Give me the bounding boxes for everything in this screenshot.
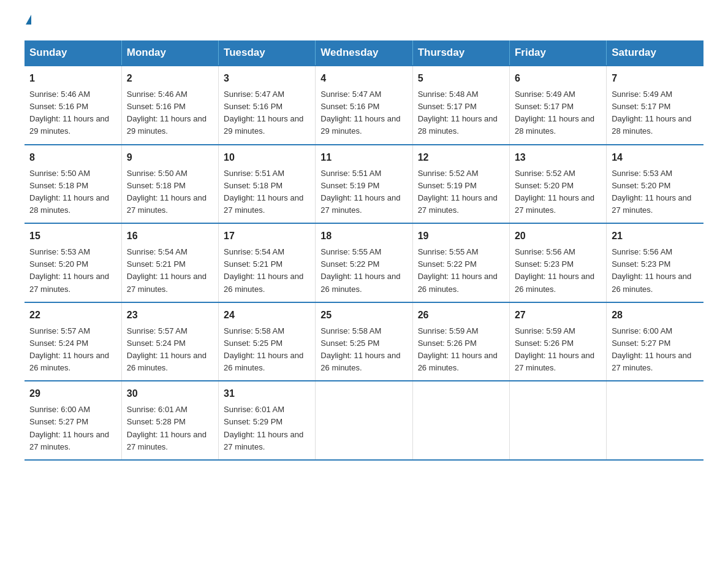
calendar-cell: 6Sunrise: 5:49 AMSunset: 5:17 PMDaylight… [509, 66, 606, 145]
calendar-cell: 5Sunrise: 5:48 AMSunset: 5:17 PMDaylight… [412, 66, 509, 145]
sunset-label: Sunset: 5:25 PM [224, 339, 282, 348]
day-number: 14 [612, 150, 699, 165]
daylight-label: Daylight: 11 hours and 26 minutes. [612, 272, 691, 293]
calendar-cell [607, 381, 703, 460]
sunset-label: Sunset: 5:20 PM [515, 181, 574, 190]
page-header [25, 18, 703, 28]
day-info: Sunrise: 5:51 AMSunset: 5:18 PMDaylight:… [224, 167, 310, 217]
day-info: Sunrise: 5:46 AMSunset: 5:16 PMDaylight:… [29, 88, 116, 138]
sunset-label: Sunset: 5:19 PM [418, 181, 477, 190]
sunrise-label: Sunrise: 5:59 AM [515, 326, 575, 335]
calendar-cell: 20Sunrise: 5:56 AMSunset: 5:23 PMDayligh… [509, 223, 606, 302]
day-number: 17 [224, 229, 310, 243]
calendar-cell: 29Sunrise: 6:00 AMSunset: 5:27 PMDayligh… [25, 381, 121, 460]
day-info: Sunrise: 5:53 AMSunset: 5:20 PMDaylight:… [29, 246, 116, 296]
calendar-cell: 24Sunrise: 5:58 AMSunset: 5:25 PMDayligh… [219, 302, 316, 381]
day-info: Sunrise: 5:59 AMSunset: 5:26 PMDaylight:… [515, 325, 601, 375]
calendar-cell: 28Sunrise: 6:00 AMSunset: 5:27 PMDayligh… [607, 302, 703, 381]
day-number: 8 [29, 150, 116, 165]
day-number: 23 [127, 308, 213, 323]
day-number: 10 [224, 150, 310, 165]
day-number: 12 [418, 150, 504, 165]
daylight-label: Daylight: 11 hours and 26 minutes. [224, 351, 303, 372]
sunrise-label: Sunrise: 5:50 AM [29, 169, 90, 178]
daylight-label: Daylight: 11 hours and 26 minutes. [320, 351, 400, 372]
sunset-label: Sunset: 5:24 PM [127, 339, 186, 348]
sunset-label: Sunset: 5:21 PM [224, 259, 282, 269]
day-info: Sunrise: 5:48 AMSunset: 5:17 PMDaylight:… [418, 88, 504, 138]
daylight-label: Daylight: 11 hours and 27 minutes. [320, 193, 400, 215]
day-number: 3 [224, 71, 310, 86]
day-number: 1 [29, 71, 116, 86]
sunrise-label: Sunrise: 5:48 AM [418, 90, 479, 99]
calendar-cell: 30Sunrise: 6:01 AMSunset: 5:28 PMDayligh… [121, 381, 218, 460]
calendar-header-row: SundayMondayTuesdayWednesdayThursdayFrid… [25, 40, 703, 66]
calendar-week-row: 22Sunrise: 5:57 AMSunset: 5:24 PMDayligh… [25, 302, 703, 381]
sunrise-label: Sunrise: 6:00 AM [612, 326, 672, 335]
column-header-monday: Monday [121, 40, 218, 66]
day-info: Sunrise: 5:57 AMSunset: 5:24 PMDaylight:… [127, 325, 213, 375]
sunset-label: Sunset: 5:21 PM [127, 259, 186, 269]
calendar-cell: 27Sunrise: 5:59 AMSunset: 5:26 PMDayligh… [509, 302, 606, 381]
sunrise-label: Sunrise: 5:52 AM [418, 169, 479, 178]
daylight-label: Daylight: 11 hours and 29 minutes. [320, 114, 400, 136]
calendar-week-row: 15Sunrise: 5:53 AMSunset: 5:20 PMDayligh… [25, 223, 703, 302]
calendar-cell: 18Sunrise: 5:55 AMSunset: 5:22 PMDayligh… [316, 223, 412, 302]
day-number: 28 [612, 308, 699, 323]
sunrise-label: Sunrise: 5:55 AM [320, 247, 381, 256]
sunrise-label: Sunrise: 5:59 AM [418, 326, 479, 335]
day-number: 15 [29, 229, 116, 243]
logo [25, 18, 32, 28]
day-info: Sunrise: 5:57 AMSunset: 5:24 PMDaylight:… [29, 325, 116, 375]
day-number: 20 [515, 229, 601, 243]
daylight-label: Daylight: 11 hours and 26 minutes. [320, 272, 400, 293]
daylight-label: Daylight: 11 hours and 27 minutes. [515, 351, 594, 372]
sunrise-label: Sunrise: 6:01 AM [127, 405, 188, 414]
day-number: 22 [29, 308, 116, 323]
day-number: 9 [127, 150, 213, 165]
sunset-label: Sunset: 5:17 PM [612, 102, 670, 111]
sunset-label: Sunset: 5:16 PM [29, 102, 88, 111]
day-info: Sunrise: 5:51 AMSunset: 5:19 PMDaylight:… [320, 167, 407, 217]
sunset-label: Sunset: 5:16 PM [224, 102, 282, 111]
calendar-cell: 14Sunrise: 5:53 AMSunset: 5:20 PMDayligh… [607, 145, 703, 224]
column-header-tuesday: Tuesday [219, 40, 316, 66]
daylight-label: Daylight: 11 hours and 27 minutes. [29, 430, 109, 451]
day-info: Sunrise: 5:55 AMSunset: 5:22 PMDaylight:… [320, 246, 407, 296]
day-number: 2 [127, 71, 213, 86]
sunrise-label: Sunrise: 5:47 AM [224, 90, 284, 99]
day-number: 21 [612, 229, 699, 243]
sunset-label: Sunset: 5:18 PM [224, 181, 282, 190]
calendar-body: 1Sunrise: 5:46 AMSunset: 5:16 PMDaylight… [25, 66, 703, 460]
sunset-label: Sunset: 5:26 PM [515, 339, 574, 348]
day-number: 5 [418, 71, 504, 86]
day-number: 18 [320, 229, 407, 243]
daylight-label: Daylight: 11 hours and 29 minutes. [127, 114, 207, 136]
sunrise-label: Sunrise: 5:54 AM [224, 247, 284, 256]
calendar-cell [412, 381, 509, 460]
day-info: Sunrise: 5:58 AMSunset: 5:25 PMDaylight:… [320, 325, 407, 375]
calendar-cell: 26Sunrise: 5:59 AMSunset: 5:26 PMDayligh… [412, 302, 509, 381]
calendar-cell: 21Sunrise: 5:56 AMSunset: 5:23 PMDayligh… [607, 223, 703, 302]
daylight-label: Daylight: 11 hours and 26 minutes. [515, 272, 594, 293]
calendar-cell: 13Sunrise: 5:52 AMSunset: 5:20 PMDayligh… [509, 145, 606, 224]
day-number: 26 [418, 308, 504, 323]
day-info: Sunrise: 5:53 AMSunset: 5:20 PMDaylight:… [612, 167, 699, 217]
daylight-label: Daylight: 11 hours and 28 minutes. [515, 114, 594, 136]
day-info: Sunrise: 5:54 AMSunset: 5:21 PMDaylight:… [224, 246, 310, 296]
day-info: Sunrise: 5:46 AMSunset: 5:16 PMDaylight:… [127, 88, 213, 138]
day-info: Sunrise: 6:01 AMSunset: 5:28 PMDaylight:… [127, 404, 213, 453]
sunrise-label: Sunrise: 6:00 AM [29, 405, 90, 414]
calendar-cell: 16Sunrise: 5:54 AMSunset: 5:21 PMDayligh… [121, 223, 218, 302]
day-number: 31 [224, 386, 310, 401]
calendar-cell: 7Sunrise: 5:49 AMSunset: 5:17 PMDaylight… [607, 66, 703, 145]
daylight-label: Daylight: 11 hours and 27 minutes. [224, 193, 303, 215]
sunrise-label: Sunrise: 5:51 AM [224, 169, 284, 178]
column-header-friday: Friday [509, 40, 606, 66]
daylight-label: Daylight: 11 hours and 26 minutes. [127, 351, 207, 372]
sunset-label: Sunset: 5:20 PM [29, 259, 88, 269]
calendar-cell: 23Sunrise: 5:57 AMSunset: 5:24 PMDayligh… [121, 302, 218, 381]
daylight-label: Daylight: 11 hours and 27 minutes. [612, 351, 691, 372]
day-info: Sunrise: 5:59 AMSunset: 5:26 PMDaylight:… [418, 325, 504, 375]
sunset-label: Sunset: 5:17 PM [418, 102, 477, 111]
